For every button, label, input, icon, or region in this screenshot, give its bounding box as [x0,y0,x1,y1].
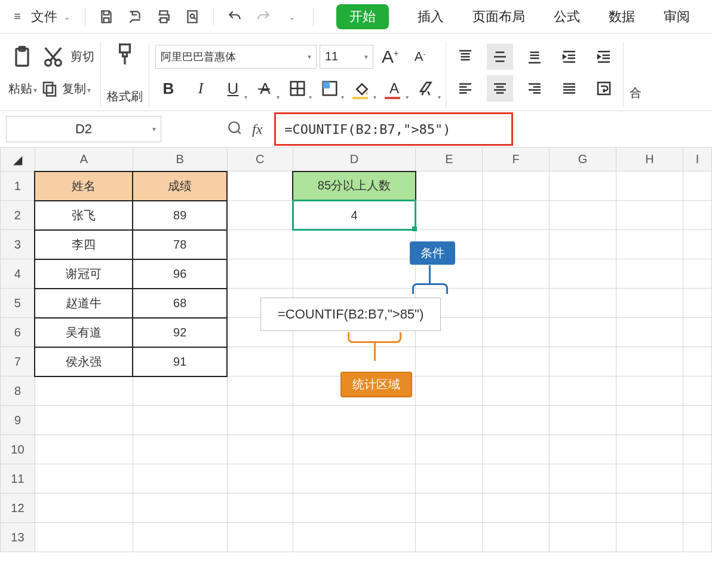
cell[interactable]: 成绩 [133,172,227,201]
row-header[interactable]: 6 [1,318,35,347]
cell[interactable] [683,259,711,289]
justify-icon[interactable] [556,75,582,102]
cell[interactable] [550,464,616,494]
cell[interactable] [416,230,483,259]
tab-review[interactable]: 审阅 [664,8,690,26]
cell[interactable] [616,376,683,406]
paste-label[interactable]: 粘贴▾ [8,81,37,97]
row-header[interactable]: 2 [1,201,35,230]
cell[interactable] [227,435,293,464]
cell[interactable] [416,259,483,289]
cell[interactable] [616,435,683,464]
column-header[interactable]: D [293,148,416,172]
name-box[interactable]: D2 ▾ [6,116,161,142]
cell[interactable]: 89 [133,201,227,230]
cell[interactable]: 85分以上人数 [293,172,416,201]
cell[interactable] [416,406,483,435]
column-header[interactable]: I [683,148,711,172]
cancel-edit-icon[interactable] [227,120,243,138]
increase-font-icon[interactable]: A+ [377,44,403,70]
cell[interactable] [416,318,483,347]
cell[interactable] [550,406,616,435]
cell[interactable] [293,406,416,435]
cell[interactable] [227,318,293,347]
align-right-icon[interactable] [521,75,548,102]
row-header[interactable]: 7 [1,347,35,376]
chevron-down-icon[interactable]: ⌄ [63,12,70,22]
cell[interactable] [483,230,550,259]
cell[interactable] [616,172,683,201]
cell[interactable]: 张飞 [35,201,133,230]
cell[interactable] [683,406,711,435]
strikethrough-button[interactable]: A▾ [252,75,278,102]
cell[interactable] [483,494,550,523]
cell[interactable] [227,172,293,201]
cell[interactable] [227,464,293,494]
cell[interactable] [550,289,616,318]
cell[interactable] [616,259,683,289]
cell[interactable]: 谢冠可 [35,259,133,289]
cell[interactable] [550,172,616,201]
align-middle-icon[interactable] [487,44,513,70]
cell[interactable] [683,230,711,259]
format-painter-label[interactable]: 格式刷 [107,88,143,105]
cell[interactable] [293,494,416,523]
decrease-indent-icon[interactable] [556,44,582,70]
cell[interactable]: 李四 [35,230,133,259]
wrap-text-icon[interactable] [591,75,617,102]
cell[interactable] [35,435,133,464]
cell[interactable] [616,318,683,347]
column-header[interactable]: E [416,148,483,172]
cell[interactable] [133,464,227,494]
cell-style-button[interactable]: ▾ [317,75,343,102]
cell[interactable] [227,347,293,376]
cell[interactable] [416,435,483,464]
cell[interactable] [483,523,550,552]
cell[interactable] [683,172,711,201]
cell[interactable] [550,318,616,347]
cell[interactable] [683,464,711,494]
spreadsheet-grid[interactable]: ◢ A B C D E F G H I 1 姓名 成绩 85分以上人数 2 张飞… [0,147,712,552]
cell[interactable] [416,464,483,494]
cell[interactable] [293,376,416,406]
cell[interactable]: 96 [133,259,227,289]
cell[interactable] [227,230,293,259]
italic-button[interactable]: I [188,75,214,102]
merge-label[interactable]: 合 [630,85,642,101]
cell[interactable] [416,347,483,376]
cell[interactable]: 68 [133,289,227,318]
format-painter-icon[interactable] [111,41,139,68]
cell[interactable] [227,289,293,318]
cell[interactable] [483,259,550,289]
print-icon[interactable] [151,4,176,29]
increase-indent-icon[interactable] [591,44,617,70]
align-top-icon[interactable] [452,44,478,70]
cell[interactable] [293,259,416,289]
cell[interactable] [483,289,550,318]
cell[interactable]: 吴有道 [35,318,133,347]
cell[interactable] [483,172,550,201]
cell[interactable] [293,289,416,318]
row-header[interactable]: 13 [1,523,35,552]
cell[interactable] [616,464,683,494]
row-header[interactable]: 11 [1,464,35,494]
tab-formula[interactable]: 公式 [554,8,580,26]
cell[interactable] [550,435,616,464]
tab-insert[interactable]: 插入 [418,8,444,26]
cell[interactable] [227,201,293,230]
cell[interactable] [616,523,683,552]
cell[interactable] [227,406,293,435]
save-as-icon[interactable] [122,4,148,29]
row-header[interactable]: 1 [1,172,35,201]
redo-icon[interactable] [251,4,276,29]
fill-color-button[interactable]: ▾ [349,75,375,102]
cell[interactable] [616,289,683,318]
cell[interactable] [293,464,416,494]
fill-handle[interactable] [412,226,417,231]
cell[interactable] [293,523,416,552]
active-cell[interactable]: 4 [293,201,416,230]
cell[interactable] [293,230,416,259]
tab-page-layout[interactable]: 页面布局 [472,8,525,26]
row-header[interactable]: 8 [1,376,35,406]
cell[interactable] [227,259,293,289]
